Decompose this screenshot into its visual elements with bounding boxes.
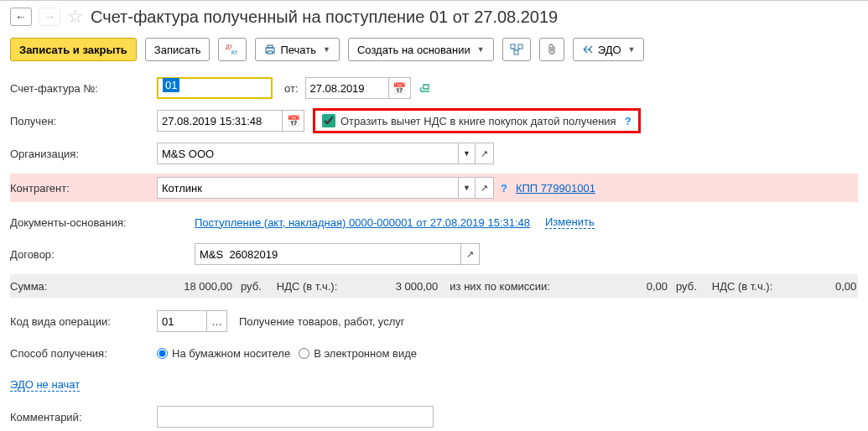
sum-commission-vat: 0,00 bbox=[772, 280, 856, 293]
printer-icon bbox=[264, 44, 276, 55]
edo-status-link[interactable]: ЭДО не начат bbox=[10, 378, 80, 392]
comment-input[interactable] bbox=[157, 406, 434, 428]
open-button[interactable]: ↗ bbox=[476, 177, 494, 199]
svg-rect-5 bbox=[511, 44, 515, 49]
edo-icon bbox=[582, 44, 594, 55]
help-icon[interactable]: ? bbox=[625, 115, 632, 127]
related-icon bbox=[510, 44, 523, 55]
sum-vat: 3 000,00 bbox=[337, 280, 438, 293]
invoice-date-input[interactable] bbox=[305, 77, 389, 99]
sum-label: Сумма: bbox=[10, 280, 157, 293]
calendar-icon[interactable]: 📅 bbox=[389, 77, 411, 99]
svg-rect-4 bbox=[268, 51, 273, 54]
open-button[interactable]: ↗ bbox=[461, 243, 480, 265]
open-button[interactable]: ↗ bbox=[476, 143, 494, 164]
comment-label: Комментарий: bbox=[10, 411, 157, 423]
dtkr-button[interactable]: ДтКт bbox=[218, 38, 247, 61]
svg-rect-3 bbox=[268, 45, 273, 48]
received-label: Получен: bbox=[10, 115, 157, 127]
electronic-radio[interactable]: В электронном виде bbox=[299, 347, 417, 360]
create-based-button[interactable]: Создать на основании ▼ bbox=[348, 38, 494, 61]
help-icon[interactable]: ? bbox=[501, 182, 507, 195]
svg-rect-6 bbox=[518, 44, 522, 49]
docs-base-label: Документы-основания: bbox=[10, 216, 195, 229]
change-link[interactable]: Изменить bbox=[545, 216, 595, 229]
nav-back-button[interactable]: ← bbox=[10, 8, 32, 26]
page-title: Счет-фактура полученный на поступление 0… bbox=[91, 8, 558, 27]
sum-commission: 0,00 bbox=[550, 280, 668, 293]
save-button[interactable]: Записать bbox=[145, 38, 211, 61]
counterparty-label: Контрагент: bbox=[10, 182, 157, 195]
paper-radio[interactable]: На бумажном носителе bbox=[157, 347, 290, 360]
favorite-star-icon[interactable]: ☆ bbox=[67, 6, 84, 28]
print-button[interactable]: Печать ▼ bbox=[255, 38, 340, 61]
doc-base-link[interactable]: Поступление (акт, накладная) 0000-000001… bbox=[195, 216, 530, 229]
invoice-no-label: Счет-фактура №: bbox=[10, 82, 157, 95]
chevron-down-icon: ▼ bbox=[323, 45, 330, 54]
dropdown-button[interactable]: ▼ bbox=[459, 177, 476, 199]
op-code-label: Код вида операции: bbox=[10, 315, 157, 328]
attachment-button[interactable] bbox=[539, 38, 564, 61]
kpp-link[interactable]: КПП 779901001 bbox=[516, 182, 595, 195]
chevron-down-icon: ▼ bbox=[628, 45, 636, 54]
dropdown-button[interactable]: ▼ bbox=[459, 143, 476, 164]
vat-checkbox[interactable] bbox=[322, 114, 335, 127]
related-button[interactable] bbox=[502, 38, 531, 61]
nav-forward-button: → bbox=[39, 8, 60, 26]
vat-incl-label: НДС (в т.ч.): bbox=[277, 280, 338, 293]
op-code-input[interactable] bbox=[157, 310, 207, 332]
svg-rect-7 bbox=[514, 50, 518, 55]
chevron-down-icon: ▼ bbox=[477, 45, 485, 54]
save-close-button[interactable]: Записать и закрыть bbox=[10, 38, 137, 61]
paperclip-icon bbox=[547, 44, 557, 55]
op-code-desc: Получение товаров, работ, услуг bbox=[239, 315, 405, 328]
insert-icon[interactable] bbox=[419, 82, 433, 94]
commission-label: из них по комиссии: bbox=[450, 280, 550, 293]
counterparty-input[interactable] bbox=[157, 177, 459, 199]
invoice-no-input[interactable]: 01 bbox=[159, 79, 271, 97]
organization-input[interactable] bbox=[157, 143, 459, 164]
edo-button[interactable]: ЭДО ▼ bbox=[573, 38, 645, 61]
from-label: от: bbox=[284, 82, 299, 95]
contract-input[interactable] bbox=[195, 243, 461, 265]
vat-checkbox-label: Отразить вычет НДС в книге покупок датой… bbox=[340, 115, 616, 127]
lookup-button[interactable]: … bbox=[207, 310, 227, 332]
calendar-icon[interactable]: 📅 bbox=[283, 110, 304, 132]
svg-text:Кт: Кт bbox=[231, 49, 238, 55]
organization-label: Организация: bbox=[10, 148, 157, 160]
highlight-box: Отразить вычет НДС в книге покупок датой… bbox=[313, 108, 641, 133]
sum-total: 18 000,00 bbox=[157, 280, 232, 293]
receive-method-label: Способ получения: bbox=[10, 347, 157, 360]
contract-label: Договор: bbox=[10, 248, 195, 261]
dtkr-icon: ДтКт bbox=[226, 44, 239, 55]
received-datetime-input[interactable] bbox=[157, 110, 283, 132]
